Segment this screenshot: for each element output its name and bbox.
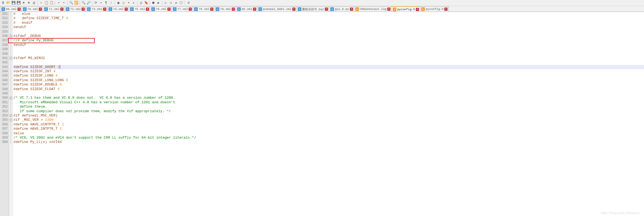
code-line-348[interactable]: #define SIZEOF_FLOAT 4 <box>13 87 644 91</box>
code-line-350[interactable]: /* VC 7.1 has them and VC 6.0 does not. … <box>13 96 644 100</box>
tab-78-xml[interactable]: ≡78.xml× <box>193 6 214 12</box>
close-icon[interactable]: × <box>39 8 42 11</box>
close-icon[interactable]: × <box>103 8 106 11</box>
code-line-360[interactable]: #define Py_LL(x) x##I64 <box>13 140 644 144</box>
collapse-icon[interactable]: ▾ <box>126 1 131 5</box>
code-line-357[interactable]: #define HAVE_INTPTR_T 1 <box>13 127 644 131</box>
run-icon[interactable]: ▷ <box>164 1 168 5</box>
close-icon[interactable]: × <box>325 8 328 11</box>
tab-74-xml[interactable]: ≡74.xml× <box>107 6 129 12</box>
save-all-icon[interactable]: 💾 <box>16 1 21 5</box>
close-icon[interactable]: × <box>125 8 128 11</box>
close-icon[interactable]: × <box>292 8 295 11</box>
tab-76-xml[interactable]: ≡76.xml× <box>150 6 172 12</box>
code-line-345[interactable]: #define SIZEOF_LONG 4 <box>13 74 644 78</box>
hide-lines-icon[interactable]: ◫ <box>139 1 143 5</box>
tab-------bat[interactable]: ≡删除后括号.bat× <box>296 6 329 12</box>
code-line-359[interactable]: /* VC6, VS 2002 and eVC4 don't support t… <box>13 136 644 140</box>
code-line-356[interactable]: #define HAVE_UINTPTR_T 1 <box>13 122 644 127</box>
expand-icon[interactable]: ▸ <box>132 1 136 5</box>
code-line-343[interactable]: #define SIZEOF_SHORT 2 <box>13 65 644 69</box>
paste-icon[interactable]: 📋 <box>49 1 54 5</box>
tab-71-xml[interactable]: ≡71.xml× <box>43 6 65 12</box>
word-wrap-icon[interactable]: ↩ <box>99 1 103 5</box>
monitor-icon[interactable]: 🖵 <box>179 1 183 5</box>
close-icon[interactable]: ✖ <box>22 1 26 5</box>
find-icon[interactable]: 🔍 <box>69 1 73 5</box>
tab-pyconfig-h[interactable]: ≡pyconfig.h× <box>420 6 449 12</box>
tab-79-xml[interactable]: ≡79.xml× <box>214 6 236 12</box>
code-line-339[interactable] <box>13 47 644 52</box>
tab-77-xml[interactable]: ≡77.xml× <box>171 6 193 12</box>
compare-icon[interactable]: ⇄ <box>174 1 178 5</box>
close-icon[interactable]: × <box>17 8 21 11</box>
close-icon[interactable]: × <box>210 8 213 11</box>
tab-CMakeOutput-log[interactable]: ≡CMakeOutput.log× <box>354 6 392 12</box>
code-line-342[interactable] <box>13 60 644 65</box>
code-line-353[interactable]: If some compiler does not provide them, … <box>13 109 644 114</box>
close-icon[interactable]: × <box>60 8 64 11</box>
close-icon[interactable]: × <box>253 8 256 11</box>
zoom-out-icon[interactable]: 🔎 <box>86 1 91 5</box>
tab-gui-6-py[interactable]: ≡gui_6.py× <box>329 6 354 12</box>
tab-pukepai-0001-xml[interactable]: ≡pukepai_0001.xml× <box>257 6 297 12</box>
code-line-344[interactable]: #define SIZEOF_INT 4 <box>13 69 644 74</box>
tab-75-xml[interactable]: ≡75.xml× <box>129 6 150 12</box>
bold-icon[interactable]: 𝐵 <box>186 1 191 5</box>
close-icon[interactable]: × <box>444 8 448 11</box>
open-file-icon[interactable]: 📂 <box>6 1 10 5</box>
close-icon[interactable]: × <box>416 8 419 11</box>
code-line-332[interactable]: # define SIZEOF_TIME_T 4 <box>13 16 644 20</box>
code-line-331[interactable]: # else <box>13 12 644 16</box>
close-icon[interactable]: × <box>189 8 192 11</box>
close-icon[interactable]: × <box>167 8 171 11</box>
bookmark-icon[interactable]: 🔖 <box>144 1 148 5</box>
code-line-346[interactable]: #define SIZEOF_LONG_LONG 8 <box>13 78 644 83</box>
tab-72-xml[interactable]: ≡72.xml× <box>64 6 86 12</box>
code-line-336[interactable]: #ifdef _DEBUG <box>13 34 644 38</box>
sync-icon[interactable]: ⟳ <box>94 1 98 5</box>
indent-guide-icon[interactable]: ⫶ <box>109 1 113 5</box>
undo-icon[interactable]: ↶ <box>57 1 61 5</box>
play-macro-icon[interactable]: ▶ <box>156 1 161 5</box>
toggle-icon[interactable]: ☑ <box>169 1 173 5</box>
code-line-340[interactable] <box>13 52 644 56</box>
code-line-337[interactable]: //# define Py_DEBUG <box>13 38 644 43</box>
tab-73-xml[interactable]: ≡73.xml× <box>86 6 107 12</box>
close-icon[interactable]: × <box>146 8 149 11</box>
close-all-icon[interactable]: ✖ <box>27 1 31 5</box>
tab-80-xml[interactable]: ≡80.xml× <box>236 6 258 12</box>
code-line-333[interactable]: # endif <box>13 21 644 25</box>
cut-icon[interactable]: ✂ <box>39 1 43 5</box>
close-icon[interactable]: × <box>350 8 353 11</box>
code-line-334[interactable]: #endif <box>13 25 644 29</box>
show-all-icon[interactable]: ¶ <box>104 1 108 5</box>
close-icon[interactable]: × <box>232 8 235 11</box>
redo-icon[interactable]: ↷ <box>62 1 66 5</box>
code-line-338[interactable]: #endif <box>13 43 644 47</box>
tab-69-xml[interactable]: ≡69.xml× <box>0 6 22 12</box>
tab-70-xml[interactable]: ≡70.xml× <box>22 6 43 12</box>
code-line-335[interactable] <box>13 30 644 34</box>
code-line-349[interactable] <box>13 91 644 96</box>
new-file-icon[interactable]: 🗎 <box>1 1 5 5</box>
tab-pyconfig-h[interactable]: ≡pyconfig.h× <box>391 6 420 12</box>
code-view[interactable]: # else# define SIZEOF_TIME_T 4# endif#en… <box>13 12 644 216</box>
print-icon[interactable]: 🖨 <box>32 1 36 5</box>
close-icon[interactable]: × <box>82 8 85 11</box>
code-line-355[interactable]: #if _MSC_VER > 1300 <box>13 118 644 122</box>
record-macro-icon[interactable]: ⏺ <box>151 1 156 5</box>
code-line-341[interactable]: #ifdef MS_WIN32 <box>13 56 644 60</box>
code-line-352[interactable]: define these. <box>13 105 644 109</box>
code-line-354[interactable]: #if defined(_MSC_VER) <box>13 114 644 118</box>
save-icon[interactable]: 💾 <box>11 1 16 5</box>
code-line-358[interactable]: #else <box>13 131 644 136</box>
code-line-347[interactable]: #define SIZEOF_DOUBLE 8 <box>13 83 644 87</box>
zoom-in-icon[interactable]: 🔍 <box>81 1 86 5</box>
copy-icon[interactable]: 📋 <box>44 1 48 5</box>
unfold-all-icon[interactable]: ▢ <box>121 1 126 5</box>
code-line-351[interactable]: Microsoft eMbedded Visual C++ 4.0 has a … <box>13 100 644 105</box>
close-icon[interactable]: × <box>387 8 390 11</box>
fold-all-icon[interactable]: ▣ <box>116 1 121 5</box>
replace-icon[interactable]: 🔁 <box>74 1 78 5</box>
